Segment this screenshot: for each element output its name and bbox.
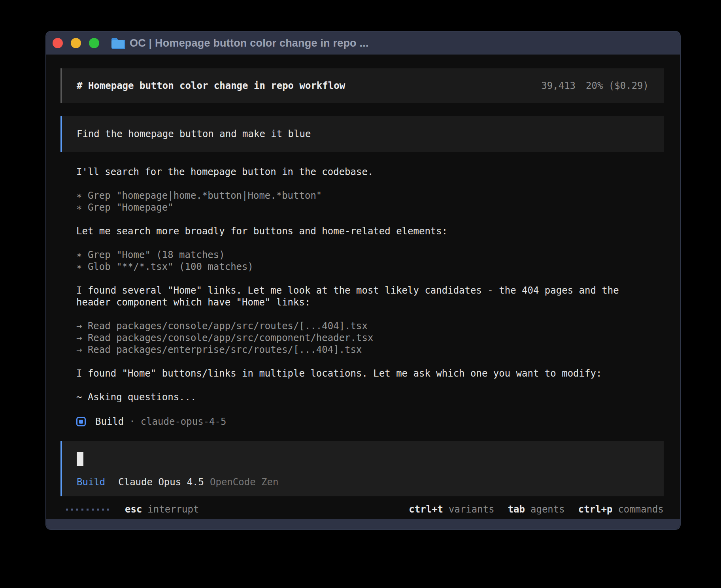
- assistant-text: Let me search more broadly for buttons a…: [76, 225, 664, 237]
- input-model-label: Claude Opus 4.5: [118, 477, 204, 488]
- assistant-text: I'll search for the homepage button in t…: [76, 166, 664, 178]
- tool-call-read: → Read packages/console/app/src/componen…: [76, 332, 664, 344]
- esc-hint: interrupt: [147, 504, 199, 515]
- window-title: OC | Homepage button color change in rep…: [130, 37, 369, 49]
- prompt-input[interactable]: Build Claude Opus 4.5 OpenCode Zen: [60, 441, 664, 496]
- context-cost: 20% ($0.29): [586, 80, 649, 91]
- tab-key: tab: [508, 504, 525, 515]
- working-status: ~ Asking questions...: [76, 391, 664, 403]
- ctrl-p-key: ctrl+p: [578, 504, 613, 515]
- progress-dots: [66, 509, 109, 511]
- commands-label: commands: [618, 504, 664, 515]
- statusbar-hints: ctrl+t variants tab agents ctrl+p comman…: [395, 504, 664, 515]
- agent-badge: Build · claude-opus-4-5: [76, 415, 664, 428]
- assistant-text: header component which have "Home" links…: [76, 296, 664, 308]
- zoom-button[interactable]: [89, 38, 99, 48]
- esc-key: esc: [125, 504, 142, 515]
- tool-call-read: → Read packages/enterprise/src/routes/[.…: [76, 344, 664, 356]
- minimize-button[interactable]: [71, 38, 81, 48]
- input-footer: Build Claude Opus 4.5 OpenCode Zen: [77, 477, 649, 488]
- session-title: # Homepage button color change in repo w…: [77, 80, 345, 91]
- token-count: 39,413: [541, 80, 576, 91]
- ctrl-t-key: ctrl+t: [409, 504, 443, 515]
- agent-model: claude-opus-4-5: [141, 416, 226, 427]
- terminal-window: OC | Homepage button color change in rep…: [45, 31, 681, 530]
- text-cursor: [77, 452, 83, 466]
- session-header: # Homepage button color change in repo w…: [60, 68, 664, 103]
- assistant-transcript: I'll search for the homepage button in t…: [76, 166, 664, 428]
- input-provider-label: OpenCode Zen: [210, 477, 278, 488]
- hint-commands: ctrl+p commands: [578, 504, 664, 515]
- session-stats: 39,413 20% ($0.29): [541, 80, 649, 91]
- statusbar: esc interrupt ctrl+t variants tab agents…: [60, 501, 664, 518]
- agent-build-icon: [76, 417, 86, 426]
- user-message: Find the homepage button and make it blu…: [60, 116, 664, 152]
- assistant-text: I found "Home" buttons/links in multiple…: [76, 368, 664, 379]
- folder-icon: [111, 37, 125, 49]
- terminal-content: # Homepage button color change in repo w…: [46, 55, 680, 519]
- tool-call-grep: ∗ Grep "Homepage": [76, 202, 664, 213]
- hint-agents: tab agents: [508, 504, 565, 515]
- close-button[interactable]: [53, 38, 63, 48]
- agents-label: agents: [530, 504, 565, 515]
- tool-call-read: → Read packages/console/app/src/routes/[…: [76, 320, 664, 332]
- variants-label: variants: [449, 504, 495, 515]
- tool-call-grep: ∗ Grep "Home" (18 matches): [76, 249, 664, 261]
- input-agent-label: Build: [77, 477, 105, 488]
- agent-name: Build: [95, 416, 124, 427]
- tool-call-glob: ∗ Glob "**/*.tsx" (100 matches): [76, 261, 664, 273]
- assistant-text: I found several "Home" links. Let me loo…: [76, 285, 664, 296]
- titlebar: OC | Homepage button color change in rep…: [46, 32, 680, 55]
- window-bottom-edge: [46, 519, 680, 529]
- agent-separator: ·: [129, 416, 135, 427]
- user-message-text: Find the homepage button and make it blu…: [77, 128, 311, 139]
- hint-variants: ctrl+t variants: [409, 504, 494, 515]
- tool-call-grep: ∗ Grep "homepage|home.*button|Home.*butt…: [76, 190, 664, 202]
